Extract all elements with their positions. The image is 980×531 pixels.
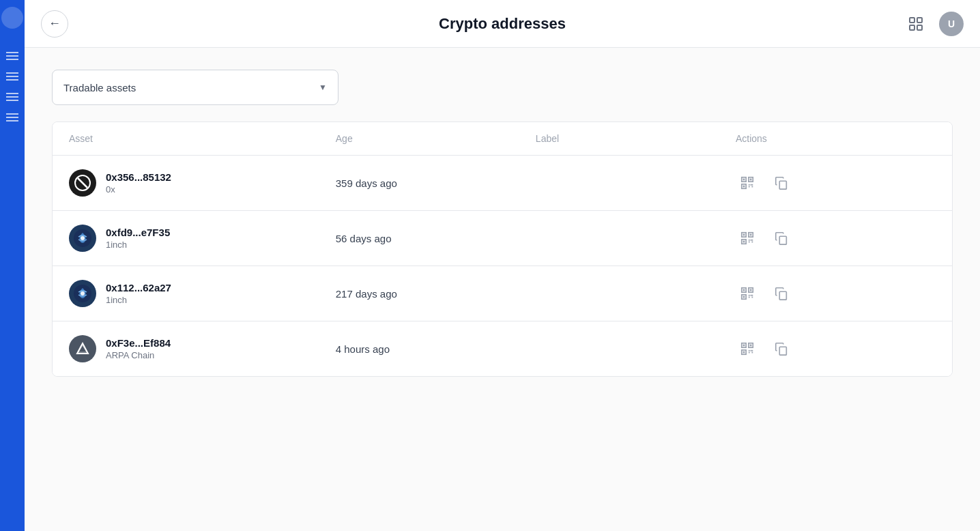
sidebar-item-2[interactable] [4,68,20,85]
svg-rect-41 [749,295,750,296]
actions-cell-3 [736,282,936,305]
svg-rect-54 [750,345,752,347]
sidebar-nav [4,48,20,126]
svg-rect-61 [779,347,786,355]
svg-rect-26 [743,241,745,243]
qr-code-button-1[interactable] [736,171,759,195]
qr-code-button-3[interactable] [736,282,759,305]
sidebar-logo [1,7,23,29]
age-cell-1: 359 days ago [336,177,536,189]
svg-line-5 [78,178,87,188]
svg-rect-13 [749,184,750,186]
asset-address-3: 0x112...62a27 [106,282,171,293]
svg-rect-28 [751,240,752,241]
asset-cell-2: 0xfd9...e7F35 1inch [69,225,336,252]
svg-rect-27 [749,240,750,241]
asset-cell-3: 0x112...62a27 1inch [69,280,336,307]
svg-rect-53 [743,345,745,347]
svg-rect-3 [917,25,922,30]
svg-rect-59 [751,352,753,354]
actions-cell-4 [736,337,936,360]
header-left: ← [41,10,68,38]
svg-rect-1 [917,18,922,23]
svg-rect-57 [751,350,752,351]
svg-rect-45 [751,295,753,296]
age-cell-3: 217 days ago [336,288,536,300]
svg-rect-30 [751,242,753,243]
table-row: 0x112...62a27 1inch 217 days ago [53,266,952,321]
svg-rect-24 [743,234,745,236]
sidebar-item-3[interactable] [4,89,20,105]
svg-rect-29 [749,242,750,243]
copy-button-2[interactable] [770,227,793,250]
svg-point-34 [81,291,85,296]
actions-cell-2 [736,227,936,250]
table-row: 0x356...85132 0x 359 days ago [53,156,952,211]
table-row: 0xfd9...e7F35 1inch 56 days ago [53,211,952,266]
svg-rect-55 [743,351,745,354]
asset-network-2: 1inch [106,240,170,250]
svg-rect-43 [749,297,750,298]
asset-network-4: ARPA Chain [106,350,171,360]
page-title: Crypto addresses [439,15,566,33]
asset-info-3: 0x112...62a27 1inch [106,282,171,305]
table-header: Asset Age Label Actions [53,122,952,156]
crypto-addresses-table: Asset Age Label Actions 0x356...85132 0x [52,121,953,377]
svg-rect-17 [751,184,753,186]
back-button[interactable]: ← [41,10,68,38]
qr-code-button-2[interactable] [736,227,759,250]
column-header-age: Age [336,133,536,144]
asset-icon-4 [69,335,96,362]
svg-point-20 [81,236,85,240]
filter-container: Tradable assets ▼ [52,70,953,105]
svg-rect-39 [750,289,752,291]
chevron-down-icon: ▼ [319,83,327,92]
avatar[interactable]: U [939,12,964,36]
svg-rect-40 [743,296,745,298]
svg-rect-11 [743,186,745,188]
asset-address-1: 0x356...85132 [106,171,171,183]
svg-rect-0 [910,18,914,23]
asset-address-2: 0xfd9...e7F35 [106,227,170,238]
asset-icon-2 [69,225,96,252]
asset-icon-1 [69,169,96,197]
svg-rect-46 [779,291,786,300]
dropdown-label: Tradable assets [63,82,136,94]
svg-rect-60 [751,350,753,351]
tradable-assets-dropdown[interactable]: Tradable assets ▼ [52,70,338,105]
svg-rect-25 [750,234,752,236]
asset-network-1: 0x [106,184,171,195]
table-row: 0xF3e...Ef884 ARPA Chain 4 hours ago [53,321,952,376]
header: ← Crypto addresses U [25,0,980,48]
asset-network-3: 1inch [106,295,171,305]
age-cell-4: 4 hours ago [336,343,536,355]
main-content: Tradable assets ▼ Asset Age Label Action… [25,48,980,531]
svg-rect-56 [749,350,750,351]
asset-icon-3 [69,280,96,307]
asset-address-4: 0xF3e...Ef884 [106,337,171,349]
svg-rect-32 [779,236,786,244]
svg-rect-9 [743,179,745,181]
age-cell-2: 56 days ago [336,233,536,244]
column-header-label: Label [536,133,736,144]
copy-button-1[interactable] [770,171,793,195]
apps-icon[interactable] [904,12,928,36]
svg-rect-16 [751,186,753,188]
asset-info-4: 0xF3e...Ef884 ARPA Chain [106,337,171,360]
copy-button-3[interactable] [770,282,793,305]
svg-rect-10 [750,179,752,181]
sidebar-item-1[interactable] [4,48,20,64]
svg-rect-14 [751,184,752,186]
column-header-asset: Asset [69,133,336,144]
svg-rect-18 [779,181,786,189]
qr-code-button-4[interactable] [736,337,759,360]
actions-cell-1 [736,171,936,195]
svg-rect-58 [749,352,750,354]
column-header-actions: Actions [736,133,936,144]
svg-rect-2 [910,25,914,30]
sidebar [0,0,25,531]
sidebar-item-4[interactable] [4,109,20,126]
copy-button-4[interactable] [770,337,793,360]
asset-cell-1: 0x356...85132 0x [69,169,336,197]
svg-rect-42 [751,295,752,296]
